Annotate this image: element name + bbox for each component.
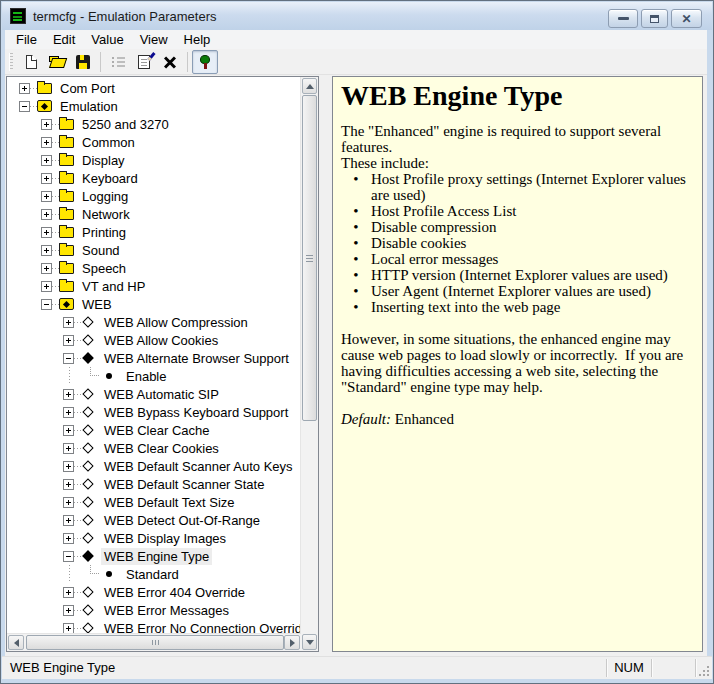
scroll-up-button[interactable] [302,78,317,94]
tree-item-label[interactable]: WEB Default Text Size [101,494,238,511]
tree-item-label[interactable]: WEB Error Messages [101,602,232,619]
collapse-minus-icon[interactable] [63,551,74,562]
expand-plus-icon[interactable] [41,137,52,148]
menu-edit[interactable]: Edit [45,31,83,48]
tree-item-logging[interactable]: Logging [15,187,301,205]
open-file-button[interactable] [44,50,70,74]
tree-item-label[interactable]: Speech [79,260,129,277]
tree-item-speech[interactable]: Speech [15,259,301,277]
title-bar[interactable]: termcfg - Emulation Parameters ✕ [2,2,712,30]
expand-plus-icon[interactable] [63,587,74,598]
expand-plus-icon[interactable] [63,335,74,346]
expand-plus-icon[interactable] [63,389,74,400]
tree-item-web-default-scanner-auto-keys[interactable]: WEB Default Scanner Auto Keys [15,457,301,475]
scroll-down-button[interactable] [302,634,317,650]
scroll-right-button[interactable] [284,635,300,650]
expand-plus-icon[interactable] [63,425,74,436]
tree-item-web-bypass-keyboard-support[interactable]: WEB Bypass Keyboard Support [15,403,301,421]
expand-plus-icon[interactable] [63,497,74,508]
tree-item-label[interactable]: WEB Automatic SIP [101,386,222,403]
tree-item-label[interactable]: Common [79,134,138,151]
tree-item-web-engine-type[interactable]: WEB Engine Type [15,547,301,565]
expand-plus-icon[interactable] [63,623,74,634]
tree-item-label[interactable]: WEB [79,296,115,313]
tree-item-web-default-scanner-state[interactable]: WEB Default Scanner State [15,475,301,493]
expand-plus-icon[interactable] [63,515,74,526]
collapse-minus-icon[interactable] [19,101,30,112]
expand-plus-icon[interactable] [41,173,52,184]
close-button[interactable]: ✕ [671,9,702,28]
expand-plus-icon[interactable] [63,461,74,472]
tree-horizontal-scrollbar[interactable] [7,633,301,651]
tree-item-label[interactable]: WEB Clear Cookies [101,440,222,457]
tree-item-label[interactable]: WEB Error No Connection Override [101,620,301,635]
tree-item-label[interactable]: WEB Engine Type [101,548,212,565]
tree-item-label[interactable]: WEB Clear Cache [101,422,212,439]
list-values-button[interactable] [105,50,131,74]
tree-item-label[interactable]: WEB Alternate Browser Support [101,350,292,367]
tree-item-label[interactable]: Com Port [57,80,118,97]
expand-plus-icon[interactable] [41,281,52,292]
toolbar-grip[interactable] [9,53,13,71]
tree-item-vt-and-hp[interactable]: VT and HP [15,277,301,295]
save-button[interactable] [70,50,96,74]
tree-item-common[interactable]: Common [15,133,301,151]
tree-item-label[interactable]: WEB Default Scanner Auto Keys [101,458,296,475]
expand-plus-icon[interactable] [41,191,52,202]
tree-item-web-detect-out-of-range[interactable]: WEB Detect Out-Of-Range [15,511,301,529]
resize-grip[interactable] [697,664,710,677]
properties-button[interactable] [131,50,157,74]
tree-item-label[interactable]: Emulation [57,98,121,115]
tree-item-label[interactable]: Printing [79,224,129,241]
tree-item-label[interactable]: WEB Allow Compression [101,314,251,331]
tree-item-web-automatic-sip[interactable]: WEB Automatic SIP [15,385,301,403]
tree-item-label[interactable]: WEB Error 404 Override [101,584,248,601]
tree-item-label[interactable]: Enable [123,368,169,385]
collapse-minus-icon[interactable] [63,353,74,364]
tree-item-web-error-no-connection-override[interactable]: WEB Error No Connection Override [15,619,301,634]
tree-item-web-error-messages[interactable]: WEB Error Messages [15,601,301,619]
tree-item-web-error-404-override[interactable]: WEB Error 404 Override [15,583,301,601]
tree-item-standard[interactable]: Standard [15,565,301,583]
tree-item-enable[interactable]: Enable [15,367,301,385]
tree-item-sound[interactable]: Sound [15,241,301,259]
tree-item-com-port[interactable]: Com Port [15,79,301,97]
tree-item-label[interactable]: Keyboard [79,170,141,187]
tree-item-emulation[interactable]: Emulation [15,97,301,115]
expand-plus-icon[interactable] [63,407,74,418]
tree-item-keyboard[interactable]: Keyboard [15,169,301,187]
tree-view-button[interactable] [192,50,218,74]
expand-plus-icon[interactable] [63,317,74,328]
menu-value[interactable]: Value [83,31,131,48]
minimize-button[interactable] [608,9,638,28]
expand-plus-icon[interactable] [63,479,74,490]
expand-plus-icon[interactable] [19,83,30,94]
tree-item-label[interactable]: VT and HP [79,278,148,295]
menu-view[interactable]: View [132,31,176,48]
expand-plus-icon[interactable] [63,443,74,454]
tree-item-5250-and-3270[interactable]: 5250 and 3270 [15,115,301,133]
menu-file[interactable]: File [8,31,45,48]
tree-item-label[interactable]: 5250 and 3270 [79,116,172,133]
tree-item-label[interactable]: Standard [123,566,182,583]
scroll-left-button[interactable] [8,635,24,650]
tree-item-web[interactable]: WEB [15,295,301,313]
tree-item-label[interactable]: WEB Bypass Keyboard Support [101,404,291,421]
tree-item-display[interactable]: Display [15,151,301,169]
tree-item-web-clear-cache[interactable]: WEB Clear Cache [15,421,301,439]
expand-plus-icon[interactable] [41,119,52,130]
menu-help[interactable]: Help [176,31,219,48]
horizontal-scroll-thumb[interactable] [26,635,284,650]
vertical-scroll-thumb[interactable] [302,95,317,421]
expand-plus-icon[interactable] [63,605,74,616]
expand-plus-icon[interactable] [41,263,52,274]
expand-plus-icon[interactable] [41,155,52,166]
tree-item-printing[interactable]: Printing [15,223,301,241]
tree-item-label[interactable]: WEB Detect Out-Of-Range [101,512,263,529]
delete-button[interactable] [157,50,183,74]
tree-vertical-scrollbar[interactable] [300,77,318,651]
expand-plus-icon[interactable] [41,227,52,238]
tree-item-label[interactable]: Display [79,152,128,169]
tree-item-web-default-text-size[interactable]: WEB Default Text Size [15,493,301,511]
expand-plus-icon[interactable] [63,533,74,544]
